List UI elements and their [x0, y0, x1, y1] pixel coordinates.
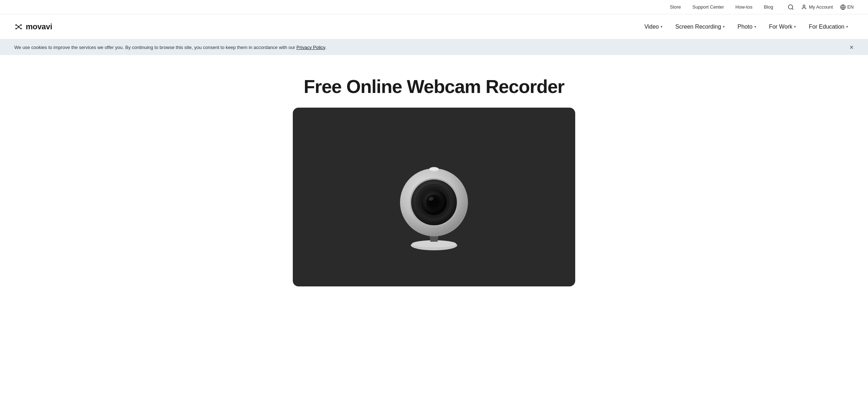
- language-selector[interactable]: EN: [840, 4, 854, 10]
- nav-items: Video ▾ Screen Recording ▾ Photo ▾ For W…: [638, 21, 854, 33]
- svg-point-2: [803, 5, 805, 7]
- my-account-link[interactable]: My Account: [801, 4, 833, 10]
- blog-link[interactable]: Blog: [764, 4, 773, 10]
- svg-line-13: [19, 27, 20, 29]
- hero-section: Free Online Webcam Recorder: [0, 55, 868, 301]
- privacy-policy-link[interactable]: Privacy Policy: [296, 45, 325, 50]
- main-nav: movavi Video ▾ Screen Recording ▾ Photo …: [0, 14, 868, 39]
- logo[interactable]: movavi: [14, 22, 52, 31]
- svg-line-10: [17, 25, 18, 26]
- svg-point-6: [15, 24, 17, 26]
- cookie-close-button[interactable]: ×: [849, 44, 854, 51]
- nav-item-photo[interactable]: Photo ▾: [732, 21, 762, 33]
- search-button[interactable]: [788, 4, 794, 10]
- chevron-down-icon: ▾: [723, 25, 725, 29]
- chevron-down-icon: ▾: [794, 25, 796, 29]
- nav-item-for-education[interactable]: For Education ▾: [803, 21, 854, 33]
- svg-point-8: [15, 28, 17, 29]
- chevron-down-icon: ▾: [846, 25, 848, 29]
- svg-point-7: [20, 24, 22, 26]
- user-icon: [801, 4, 807, 10]
- nav-item-for-work[interactable]: For Work ▾: [763, 21, 802, 33]
- cookie-text: We use cookies to improve the services w…: [14, 45, 326, 50]
- top-bar: Store Support Center How-tos Blog My Acc…: [0, 0, 868, 14]
- chevron-down-icon: ▾: [754, 25, 756, 29]
- nav-item-video[interactable]: Video ▾: [638, 21, 668, 33]
- svg-line-12: [17, 27, 18, 29]
- cookie-banner: We use cookies to improve the services w…: [0, 39, 868, 55]
- hero-title: Free Online Webcam Recorder: [14, 77, 854, 97]
- webcam-area: [293, 108, 575, 286]
- logo-icon: [14, 23, 23, 31]
- logo-text: movavi: [26, 22, 52, 31]
- globe-icon: [840, 4, 846, 10]
- svg-point-27: [430, 167, 438, 171]
- chevron-down-icon: ▾: [661, 25, 662, 29]
- svg-line-1: [792, 8, 793, 9]
- nav-item-screen-recording[interactable]: Screen Recording ▾: [670, 21, 730, 33]
- webcam-illustration: [388, 140, 480, 254]
- search-icon: [788, 4, 794, 10]
- top-bar-right: My Account EN: [788, 4, 854, 10]
- svg-line-11: [19, 25, 20, 26]
- support-center-link[interactable]: Support Center: [692, 4, 724, 10]
- store-link[interactable]: Store: [670, 4, 681, 10]
- how-tos-link[interactable]: How-tos: [735, 4, 753, 10]
- svg-point-9: [20, 28, 22, 29]
